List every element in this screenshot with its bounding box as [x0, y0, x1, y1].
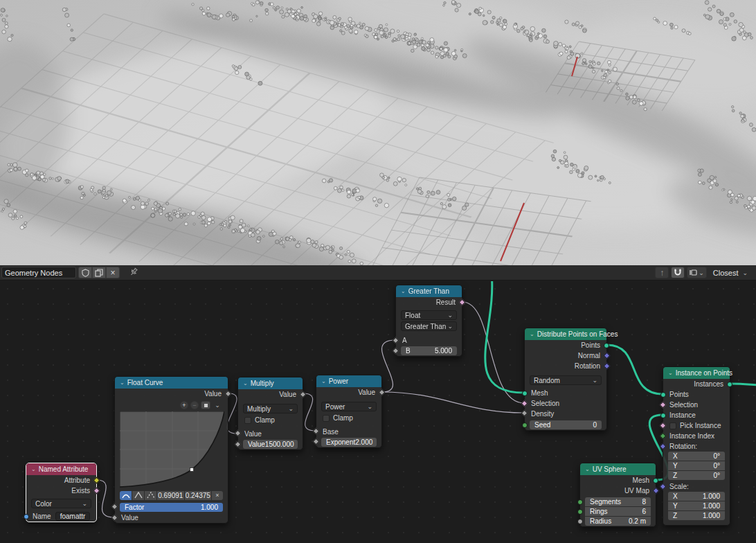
node-title: Named Attribute — [39, 465, 89, 473]
curve-tools-button[interactable] — [201, 401, 210, 409]
seed-field[interactable]: Seed 0 — [530, 420, 602, 429]
snap-target-mode-dropdown[interactable]: Closest ⌄ — [709, 269, 752, 277]
socket-points-input[interactable] — [660, 392, 666, 398]
chevron-down-icon: ⌄ — [447, 324, 453, 328]
collapse-icon[interactable]: ⌄ — [321, 380, 326, 384]
node-uv-sphere[interactable]: ⌄ UV Sphere Mesh UV Map Segments 8 Rings… — [579, 463, 656, 527]
node-distribute-points-on-faces[interactable]: ⌄ Distribute Points on Faces Points Norm… — [524, 328, 607, 431]
chevron-down-icon: ⌄ — [699, 271, 704, 275]
snapping-toggle-button[interactable] — [671, 267, 685, 278]
name-input-label: Name — [33, 513, 51, 520]
3d-viewport[interactable] — [0, 0, 756, 265]
socket-points-output[interactable] — [604, 343, 609, 348]
socket-segments-input[interactable] — [577, 499, 583, 505]
scale-z-field[interactable]: Z 1.000 — [668, 511, 725, 520]
link-attribute-to-curve — [97, 480, 114, 517]
rotation-x-field[interactable]: X 0° — [668, 452, 725, 461]
delete-point-button[interactable]: × — [212, 491, 223, 500]
curve-graph — [120, 411, 224, 488]
collapse-icon[interactable]: ⌄ — [120, 381, 125, 385]
handle-vector-button[interactable] — [132, 491, 144, 500]
socket-rings-input[interactable] — [577, 509, 583, 515]
node-named-attribute[interactable]: ⌄ Named Attribute Attribute Exists Color… — [26, 463, 97, 522]
rings-field[interactable]: Rings 6 — [585, 507, 651, 516]
socket-radius-input[interactable] — [577, 519, 583, 524]
socket-b-input[interactable] — [393, 348, 399, 355]
link-result-to-selection — [462, 302, 524, 403]
socket-factor-input[interactable] — [111, 504, 118, 510]
b-field[interactable]: B 5.000 — [401, 346, 457, 355]
attribute-name-field[interactable]: foamattr — [55, 512, 91, 521]
factor-slider[interactable]: Factor 1.000 — [120, 503, 223, 512]
float-curve-widget[interactable] — [120, 411, 223, 489]
node-instance-on-points[interactable]: ⌄ Instance on Points Instances Points Se… — [663, 366, 730, 526]
node-multiply[interactable]: ⌄ Multiply Value Multiply ⌄ Clamp Value … — [237, 377, 303, 450]
point-y-field[interactable]: 0.24375 — [185, 491, 212, 500]
operation-dropdown[interactable]: Multiply ⌄ — [243, 404, 298, 413]
socket-mesh-output[interactable] — [653, 478, 658, 483]
node-title: Float Curve — [127, 379, 163, 386]
value-field[interactable]: Value 1500.000 — [243, 440, 298, 449]
socket-seed-input[interactable] — [522, 422, 528, 428]
collapse-icon[interactable]: ⌄ — [401, 290, 406, 294]
pin-button[interactable] — [129, 267, 138, 278]
handle-auto-button[interactable] — [120, 491, 132, 500]
socket-instances-output[interactable] — [727, 382, 732, 387]
node-greater-than[interactable]: ⌄ Greater Than Result Float ⌄ Greater Th… — [395, 285, 462, 357]
data-type-dropdown[interactable]: Float ⌄ — [401, 310, 457, 320]
node-title: Instance on Points — [676, 369, 732, 377]
close-icon: × — [110, 268, 115, 278]
handle-auto-clamped-button[interactable] — [145, 491, 156, 500]
rotation-z-field[interactable]: Z 0° — [668, 471, 725, 480]
operation-dropdown[interactable]: Power ⌄ — [321, 402, 377, 411]
link-geometry-to-mesh — [485, 281, 524, 393]
pin-icon — [129, 267, 138, 276]
radius-field[interactable]: Radius 0.2 m — [585, 517, 651, 526]
socket-exponent-input[interactable] — [313, 438, 320, 445]
clamp-checkbox[interactable] — [323, 415, 330, 422]
curve-zoom-in-button[interactable]: + — [180, 401, 188, 409]
unlink-button[interactable]: × — [106, 267, 120, 278]
clamp-checkbox[interactable] — [244, 417, 251, 424]
node-title: Power — [329, 377, 348, 385]
link-power-to-greaterthan — [382, 340, 395, 392]
curve-options-button[interactable]: ⌄ — [213, 401, 222, 409]
go-parent-tree-button[interactable]: ↑ — [655, 267, 669, 278]
node-canvas[interactable]: ⌄ Named Attribute Attribute Exists Color… — [0, 281, 756, 543]
snap-with-dropdown[interactable]: ⌄ — [687, 267, 707, 278]
operation-dropdown[interactable]: Greater Than ⌄ — [401, 321, 457, 331]
node-power[interactable]: ⌄ Power Value Power ⌄ Clamp Base Exponen… — [316, 375, 382, 448]
curve-zoom-out-button[interactable]: − — [190, 401, 199, 409]
new-data-button[interactable] — [92, 267, 106, 278]
socket-mesh-input[interactable] — [522, 391, 528, 396]
data-type-dropdown[interactable]: Color ⌄ — [31, 499, 91, 508]
up-arrow-icon: ↑ — [660, 268, 664, 278]
chevron-down-icon: ⌄ — [742, 271, 748, 275]
collapse-icon[interactable]: ⌄ — [243, 382, 248, 386]
exponent-field[interactable]: Exponent 2.000 — [321, 438, 377, 447]
fake-user-button[interactable] — [78, 267, 92, 278]
shield-icon — [82, 269, 89, 277]
rotation-y-field[interactable]: Y 0° — [668, 461, 725, 470]
blender-window: × ↑ — [0, 0, 756, 543]
snap-target-mode-label: Closest — [713, 269, 739, 277]
distribute-method-dropdown[interactable]: Random ⌄ — [530, 375, 602, 385]
output-value-label: Value — [204, 390, 222, 398]
scale-y-field[interactable]: Y 1.000 — [668, 501, 725, 510]
pick-instance-checkbox[interactable] — [669, 422, 676, 429]
segments-field[interactable]: Segments 8 — [585, 497, 651, 506]
collapse-icon[interactable]: ⌄ — [668, 371, 673, 375]
collapse-icon[interactable]: ⌄ — [585, 468, 590, 472]
node-float-curve[interactable]: ⌄ Float Curve Value + − ⌄ — [114, 376, 228, 524]
collapse-icon[interactable]: ⌄ — [530, 332, 534, 337]
output-exists-label: Exists — [71, 487, 90, 495]
curve-control-point — [190, 468, 194, 472]
point-x-field[interactable]: 0.69091 — [157, 491, 184, 500]
collapse-icon[interactable]: ⌄ — [31, 468, 36, 472]
socket-name-input[interactable] — [24, 514, 29, 519]
chevron-down-icon: ⌄ — [447, 313, 453, 317]
tree-name-field[interactable] — [1, 267, 76, 278]
socket-value2-input[interactable] — [235, 441, 242, 448]
scale-x-field[interactable]: X 1.000 — [668, 492, 725, 501]
socket-instance-input[interactable] — [660, 413, 666, 418]
